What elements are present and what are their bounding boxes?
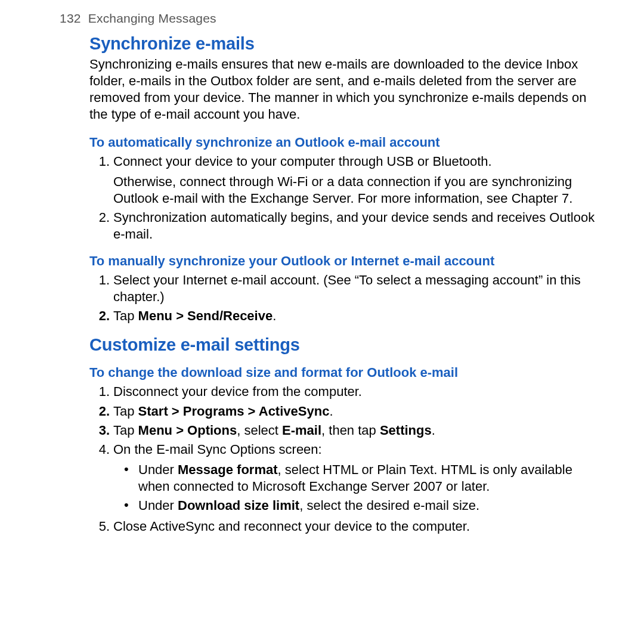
step: 5. Close ActiveSync and reconnect your d… bbox=[89, 517, 596, 536]
step-text: Tap Menu > Options, select E-mail, then … bbox=[113, 423, 435, 438]
steps-download-size: 1. Disconnect your device from the compu… bbox=[89, 382, 596, 535]
subheading-download-size-format: To change the download size and format f… bbox=[89, 364, 596, 381]
step-text: Tap Start > Programs > ActiveSync. bbox=[113, 404, 333, 419]
step-number: 4. bbox=[89, 441, 110, 458]
step-number: 2. bbox=[89, 209, 110, 226]
step: 2. Tap Start > Programs > ActiveSync. bbox=[89, 402, 596, 421]
step-text: Synchronization automatically begins, an… bbox=[113, 210, 595, 242]
step: 4. On the E-mail Sync Options screen: Un… bbox=[89, 440, 596, 517]
page-number: 132 bbox=[60, 11, 81, 25]
step-number: 3. bbox=[89, 422, 110, 439]
step: 3. Tap Menu > Options, select E-mail, th… bbox=[89, 421, 596, 440]
step-number: 1. bbox=[89, 383, 110, 400]
heading-customize-email-settings: Customize e-mail settings bbox=[89, 334, 596, 356]
steps-auto-sync: 1. Connect your device to your computer … bbox=[89, 152, 596, 244]
manual-page: 132 Exchanging Messages Synchronize e-ma… bbox=[0, 0, 644, 536]
step-text: On the E-mail Sync Options screen: bbox=[113, 442, 322, 457]
step-text: Close ActiveSync and reconnect your devi… bbox=[113, 519, 470, 534]
step-text: Connect your device to your computer thr… bbox=[113, 154, 492, 169]
step-number: 2. bbox=[89, 403, 110, 420]
heading-synchronize-emails: Synchronize e-mails bbox=[89, 33, 596, 55]
sub-bullet-list: Under Message format, select HTML or Pla… bbox=[120, 460, 596, 515]
intro-paragraph: Synchronizing e-mails ensures that new e… bbox=[89, 56, 596, 123]
step-text: Select your Internet e-mail account. (Se… bbox=[113, 273, 581, 304]
step-number: 1. bbox=[89, 153, 110, 170]
step: 1. Disconnect your device from the compu… bbox=[89, 382, 596, 401]
step-number: 1. bbox=[89, 272, 110, 289]
step: 1. Connect your device to your computer … bbox=[89, 152, 596, 208]
chapter-title: Exchanging Messages bbox=[88, 11, 216, 25]
step-continuation: Otherwise, connect through Wi-Fi or a da… bbox=[113, 174, 596, 207]
step: 2. Synchronization automatically begins,… bbox=[89, 208, 596, 244]
steps-manual-sync: 1. Select your Internet e-mail account. … bbox=[89, 271, 596, 326]
step-text: Disconnect your device from the computer… bbox=[113, 384, 362, 399]
bullet-item: Under Download size limit, select the de… bbox=[120, 496, 596, 515]
step: 1. Select your Internet e-mail account. … bbox=[89, 271, 596, 306]
running-header: 132 Exchanging Messages bbox=[60, 11, 596, 27]
subheading-manual-sync: To manually synchronize your Outlook or … bbox=[89, 253, 596, 270]
bullet-item: Under Message format, select HTML or Pla… bbox=[120, 460, 596, 496]
subheading-auto-sync: To automatically synchronize an Outlook … bbox=[89, 134, 596, 151]
step: 2. Tap Menu > Send/Receive. bbox=[89, 306, 596, 326]
step-number: 2. bbox=[89, 308, 110, 324]
step-number: 5. bbox=[89, 518, 110, 535]
step-text: Tap Menu > Send/Receive. bbox=[113, 308, 276, 323]
